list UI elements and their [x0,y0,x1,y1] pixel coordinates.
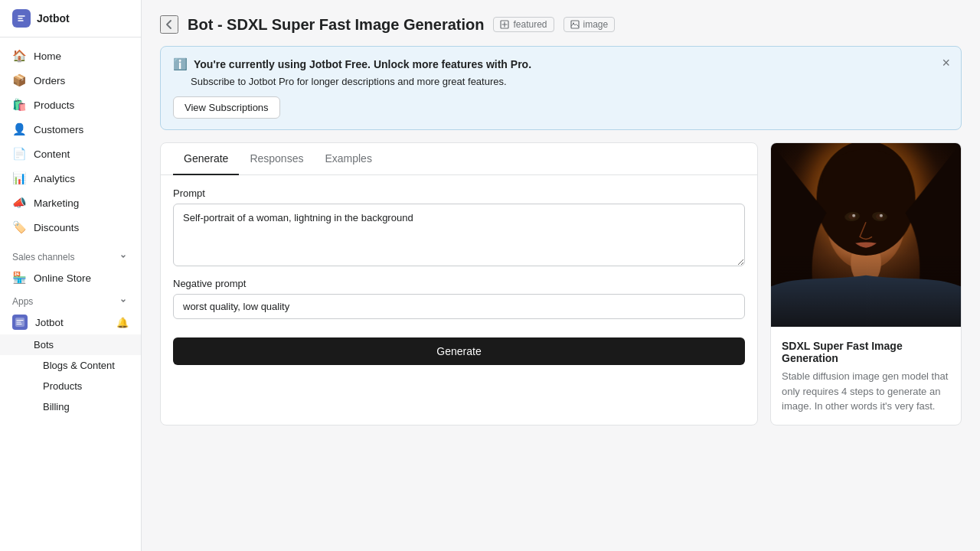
negative-prompt-label: Negative prompt [173,278,745,289]
nav-content-label: Content [34,148,70,160]
home-icon: 🏠 [12,49,26,63]
sales-channels-section: Sales channels [0,246,141,266]
subnav-products-label: Products [43,380,82,392]
nav-analytics[interactable]: 📊 Analytics [0,166,141,191]
featured-tag-icon [500,20,509,29]
nav-online-store[interactable]: 🏪 Online Store [0,266,141,290]
info-icon: ℹ️ [173,57,188,71]
tabs-bar: Generate Responses Examples [161,143,757,175]
prompt-group: Prompt [173,187,745,269]
content-grid: Generate Responses Examples Prompt Negat… [160,142,962,425]
bot-card: SDXL Super Fast Image Generation Stable … [770,142,962,425]
subnav-bots-label: Bots [34,339,54,350]
sidebar: Jotbot 🏠 Home 📦 Orders 🛍️ Products 👤 Cus… [0,0,142,551]
negative-prompt-input[interactable] [173,294,745,319]
featured-tag: featured [493,17,554,32]
app-name: Jotbot [37,12,70,24]
products-icon: 🛍️ [12,98,26,112]
analytics-icon: 📊 [12,171,26,185]
alert-close-button[interactable]: × [942,56,950,70]
bot-description: SDXL Super Fast Image Generation Stable … [771,329,961,425]
alert-header: ℹ️ You're currently using Jotbot Free. U… [173,57,949,71]
alert-body: Subscribe to Jotbot Pro for longer descr… [173,76,949,87]
jotbot-nav-item[interactable]: Jotbot 🔔 [0,310,141,334]
nav-orders[interactable]: 📦 Orders [0,68,141,93]
alert-title: You're currently using Jotbot Free. Unlo… [194,58,531,70]
main-content: Bot - SDXL Super Fast Image Generation f… [142,0,980,551]
subnav-blogs-content-label: Blogs & Content [43,360,115,371]
nav-analytics-label: Analytics [34,173,75,184]
nav-content[interactable]: 📄 Content [0,142,141,166]
nav-home-label: Home [34,51,61,62]
content-icon: 📄 [12,147,26,161]
page-title: Bot - SDXL Super Fast Image Generation [188,16,484,34]
store-icon: 🏪 [12,271,26,285]
apps-section: Apps [0,290,141,310]
customers-icon: 👤 [12,122,26,136]
nav-home[interactable]: 🏠 Home [0,44,141,68]
bot-title: SDXL Super Fast Image Generation [782,340,950,364]
prompt-label: Prompt [173,187,745,199]
subnav-bots[interactable]: Bots [0,334,141,355]
nav-online-store-label: Online Store [34,272,91,284]
negative-prompt-group: Negative prompt [173,278,745,319]
image-tag: image [564,17,616,32]
app-header: Jotbot [0,0,141,37]
nav-orders-label: Orders [34,75,65,86]
nav-products[interactable]: 🛍️ Products [0,93,141,117]
form-panel: Generate Responses Examples Prompt Negat… [160,142,758,425]
nav-customers-label: Customers [34,124,83,135]
view-subscriptions-button[interactable]: View Subscriptions [173,96,280,119]
orders-icon: 📦 [12,73,26,87]
bell-icon: 🔔 [116,317,129,328]
generate-button[interactable]: Generate [173,337,745,365]
tab-examples[interactable]: Examples [314,143,382,175]
tab-responses[interactable]: Responses [239,143,314,175]
subnav-billing[interactable]: Billing [0,396,141,417]
nav-products-label: Products [34,99,74,111]
bot-desc: Stable diffusion image gen model that on… [782,369,950,414]
image-tag-icon [570,20,580,29]
jotbot-subnav: Bots Blogs & Content Products Billing [0,334,141,417]
back-button[interactable] [160,15,178,34]
app-icon [12,9,31,28]
bot-image [771,143,961,327]
nav-customers[interactable]: 👤 Customers [0,117,141,142]
nav-marketing[interactable]: 📣 Marketing [0,191,141,215]
expand-icon [118,252,129,262]
bot-info-panel: SDXL Super Fast Image Generation Stable … [770,142,962,425]
subnav-products[interactable]: Products [0,376,141,396]
subnav-blogs-content[interactable]: Blogs & Content [0,355,141,376]
upgrade-alert: ℹ️ You're currently using Jotbot Free. U… [160,46,962,130]
page-header: Bot - SDXL Super Fast Image Generation f… [160,15,962,34]
main-nav: 🏠 Home 📦 Orders 🛍️ Products 👤 Customers … [0,37,141,246]
marketing-icon: 📣 [12,196,26,210]
nav-discounts-label: Discounts [34,222,79,233]
discounts-icon: 🏷️ [12,220,26,234]
nav-discounts[interactable]: 🏷️ Discounts [0,215,141,240]
subnav-billing-label: Billing [43,401,70,412]
prompt-textarea[interactable] [173,204,745,266]
apps-expand-icon [118,296,129,307]
tab-generate[interactable]: Generate [173,143,239,175]
jotbot-icon [12,315,28,330]
jotbot-label: Jotbot [35,317,109,328]
generate-form: Prompt Negative prompt Generate [161,175,757,377]
nav-marketing-label: Marketing [34,197,79,209]
